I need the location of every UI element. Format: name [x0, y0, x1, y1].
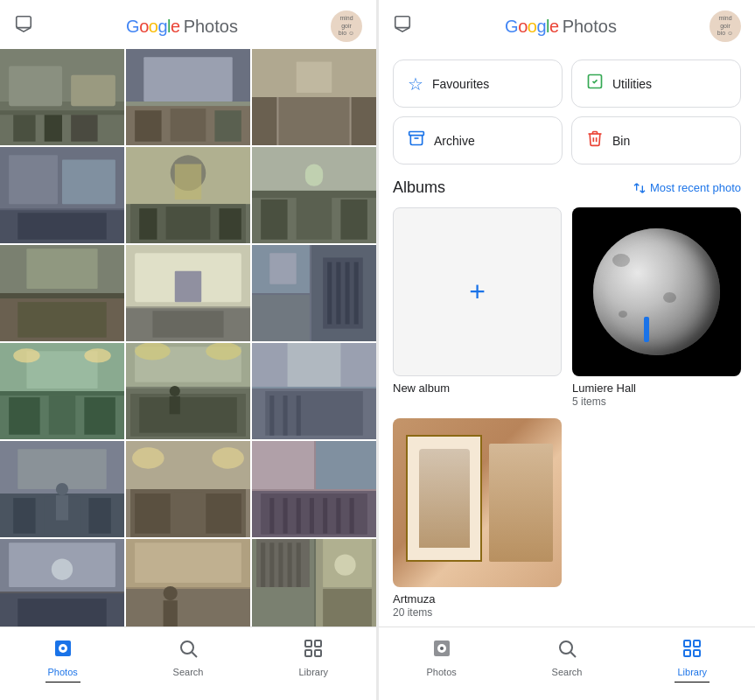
svg-rect-20	[352, 97, 376, 145]
avatar[interactable]: mindgoirbio ☺	[331, 10, 362, 42]
svg-rect-33	[166, 206, 211, 240]
svg-rect-7	[45, 115, 62, 141]
svg-rect-73	[84, 397, 115, 435]
svg-rect-122	[297, 498, 301, 534]
svg-rect-136	[135, 542, 241, 583]
archive-button[interactable]: Archive	[393, 116, 563, 164]
lumiere-hall-count: 5 items	[572, 396, 741, 408]
message-icon[interactable]	[14, 14, 33, 38]
photo-cell[interactable]	[126, 147, 250, 243]
svg-rect-24	[9, 155, 58, 204]
nav-library-right[interactable]: Library	[630, 634, 755, 686]
svg-rect-146	[261, 542, 265, 587]
new-album-name: New album	[393, 382, 562, 395]
avatar-right[interactable]: mindgoirbio ☺	[710, 10, 741, 42]
svg-rect-49	[17, 302, 106, 338]
svg-point-132	[52, 559, 73, 580]
plus-icon: +	[469, 276, 486, 308]
lumiere-hall-thumb	[572, 207, 741, 376]
svg-rect-27	[17, 213, 106, 239]
svg-rect-163	[409, 132, 424, 136]
photo-cell[interactable]	[126, 441, 250, 537]
nav-search-right[interactable]: Search	[504, 634, 629, 686]
nav-search-label-right: Search	[552, 667, 583, 677]
svg-rect-64	[336, 262, 340, 325]
photo-cell[interactable]	[252, 147, 376, 243]
svg-rect-110	[175, 492, 201, 534]
photo-cell[interactable]	[0, 343, 124, 439]
svg-rect-61	[269, 253, 296, 284]
photo-cell[interactable]	[252, 441, 376, 537]
svg-rect-70	[0, 391, 124, 396]
app-logo: Google Photos	[126, 17, 238, 37]
artmuza-card[interactable]: Artmuza 20 items	[393, 418, 562, 619]
nav-photos-label-right: Photos	[427, 667, 457, 677]
most-recent-link[interactable]: Most recent photo	[633, 181, 741, 195]
nav-indicator	[45, 682, 80, 682]
lumiere-hall-name: Lumiere Hall	[572, 382, 741, 395]
svg-rect-159	[305, 650, 311, 656]
library-icon	[303, 638, 324, 664]
svg-rect-139	[164, 600, 178, 626]
svg-rect-157	[305, 640, 311, 647]
svg-rect-39	[252, 191, 376, 198]
grid-row	[0, 49, 376, 145]
svg-rect-102	[88, 498, 110, 534]
svg-rect-59	[252, 295, 310, 341]
grid-row	[0, 147, 376, 243]
lumiere-hall-card[interactable]: Lumiere Hall 5 items	[572, 207, 741, 408]
svg-point-75	[13, 348, 39, 362]
svg-rect-131	[17, 598, 106, 626]
photo-cell[interactable]	[0, 539, 124, 626]
svg-rect-144	[323, 589, 372, 626]
svg-rect-121	[283, 498, 288, 534]
svg-rect-40	[261, 200, 287, 240]
svg-rect-11	[143, 57, 232, 102]
archive-icon	[408, 130, 425, 151]
utilities-label: Utilities	[612, 77, 652, 91]
photo-cell[interactable]	[126, 245, 250, 341]
svg-rect-3	[9, 66, 62, 107]
photo-cell[interactable]	[252, 49, 376, 145]
artmuza-thumb	[393, 418, 562, 587]
svg-rect-120	[269, 498, 274, 534]
nav-photos-right[interactable]: Photos	[379, 634, 504, 686]
albums-section-header: Albums Most recent photo	[393, 178, 741, 197]
svg-rect-100	[13, 498, 35, 534]
photo-cell[interactable]	[252, 245, 376, 341]
bin-button[interactable]: Bin	[571, 116, 741, 164]
photo-cell[interactable]	[0, 245, 124, 341]
utilities-button[interactable]: Utilities	[571, 60, 741, 108]
nav-photos[interactable]: Photos	[0, 634, 125, 686]
svg-rect-172	[684, 650, 690, 656]
photo-cell[interactable]	[0, 49, 124, 145]
left-bottom-nav: Photos Search	[0, 626, 376, 700]
nav-library[interactable]: Library	[251, 634, 376, 686]
svg-rect-4	[71, 75, 115, 107]
nav-library-label-right: Library	[678, 667, 708, 677]
nav-search[interactable]: Search	[125, 634, 250, 686]
svg-point-103	[56, 483, 68, 495]
albums-grid: + New album	[393, 207, 741, 619]
photo-cell[interactable]	[252, 343, 376, 439]
photo-cell[interactable]	[126, 343, 250, 439]
svg-point-76	[84, 348, 110, 362]
photo-cell[interactable]	[126, 49, 250, 145]
svg-rect-55	[175, 271, 201, 303]
photo-grid	[0, 49, 376, 626]
svg-rect-72	[49, 396, 75, 435]
photo-cell[interactable]	[0, 441, 124, 537]
photo-cell[interactable]	[252, 539, 376, 626]
photo-cell[interactable]	[126, 539, 250, 626]
screens-container: Google Photos mindgoirbio ☺	[0, 0, 755, 700]
svg-rect-71	[9, 397, 40, 435]
favourites-button[interactable]: ☆ Favourites	[393, 60, 563, 108]
new-album-card[interactable]: + New album	[393, 207, 562, 408]
svg-line-156	[192, 653, 197, 658]
search-icon-right	[556, 638, 577, 664]
svg-rect-149	[288, 542, 292, 587]
message-icon-right[interactable]	[393, 14, 412, 38]
svg-rect-161	[395, 17, 410, 28]
svg-rect-84	[170, 396, 180, 414]
photo-cell[interactable]	[0, 147, 124, 243]
